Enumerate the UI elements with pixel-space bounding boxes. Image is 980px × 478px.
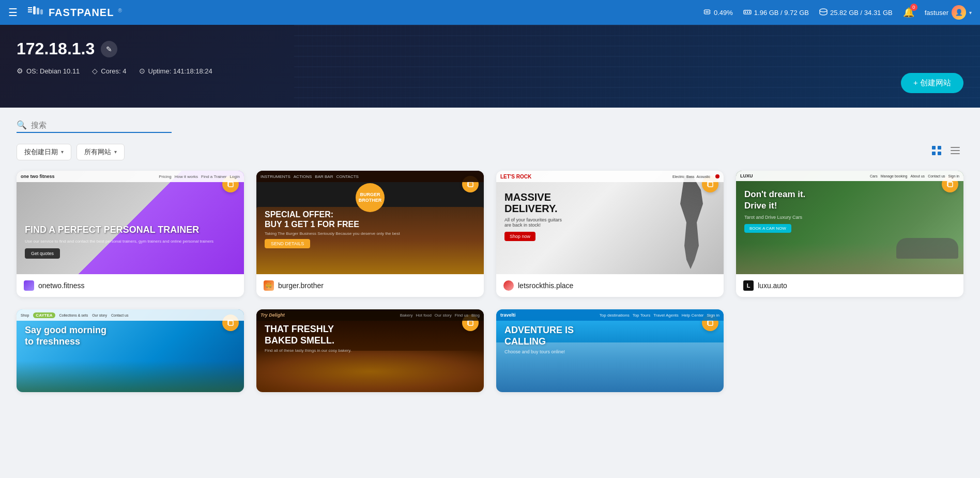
fake-links-bakery: BakeryHot foodOur storyFind usBlog: [400, 313, 480, 318]
fake-nav-guitar: LET'S ROCK ElectricBassAcoustic: [496, 171, 724, 182]
site-filter-label: 所有网站: [84, 147, 111, 157]
favicon-guitar: [503, 280, 514, 291]
fake-nav-travel: travelti Top destinationsTop ToursTravel…: [496, 309, 724, 321]
svg-point-19: [820, 9, 827, 12]
fake-nav-greens: Shop CAYTEA Collections & sets Our story…: [17, 309, 244, 321]
thumb-sub-burger: Taking The Burger Business Seriously Bec…: [265, 231, 476, 236]
svg-rect-14: [747, 11, 748, 13]
date-filter-label: 按创建日期: [24, 147, 58, 157]
topnav: ☰ FASTPANEL ® 0.49% 1.96 GB / 9.: [0, 0, 980, 25]
svg-rect-28: [468, 182, 473, 187]
thumb-sub-fitness: Use our service to find and contact the …: [25, 239, 236, 244]
svg-rect-7: [706, 11, 709, 13]
fake-links-fitness: PricingHow it worksFind a TrainerLogin: [159, 174, 240, 179]
burger-badge: BURGERBROTHER: [356, 183, 385, 212]
create-site-button[interactable]: + 创建网站: [901, 73, 963, 93]
sites-row2: Shop CAYTEA Collections & sets Our story…: [17, 309, 963, 392]
os-info: ⚙ OS: Debian 10.11: [17, 67, 80, 75]
list-view-button[interactable]: [947, 143, 963, 160]
fake-nav-burger: INSTRUMENTSACTIONSBAR BARCONTACTS: [256, 171, 484, 182]
fake-nav-items-greens: Shop CAYTEA Collections & sets Our story…: [21, 312, 128, 318]
thumb-sub-travel: Choose and buy tours online!: [504, 349, 574, 354]
search-input[interactable]: [31, 121, 172, 129]
fake-links-luxu: CarsManage bookingAbout usContact usSign…: [870, 174, 959, 178]
site-card-greens[interactable]: Shop CAYTEA Collections & sets Our story…: [17, 309, 244, 392]
site-card-travel[interactable]: travelti Top destinationsTop ToursTravel…: [496, 309, 724, 392]
favicon-burger: 🍔: [264, 280, 274, 291]
fake-logo-fitness: one two fitness: [21, 174, 55, 179]
server-header: 172.18.1.3 ✎ ⚙ OS: Debian 10.11 ◇ Cores:…: [0, 25, 980, 108]
svg-rect-0: [28, 7, 32, 8]
thumb-btn-guitar: Shop now: [504, 232, 535, 241]
ram-value: 1.96 GB / 9.72 GB: [754, 9, 809, 17]
thumb-headline-greens: Say good morningto freshness: [25, 325, 106, 347]
edit-ip-button[interactable]: ✎: [101, 41, 117, 57]
site-filter-arrow: ▾: [114, 149, 117, 155]
site-card-fitness[interactable]: one two fitness PricingHow it worksFind …: [17, 171, 244, 297]
fake-nav-fitness: one two fitness PricingHow it worksFind …: [17, 171, 244, 182]
guitar-red-dot: [715, 174, 719, 178]
site-card-luxu[interactable]: LUXU CarsManage bookingAbout usContact u…: [736, 171, 963, 297]
logo-reg: ®: [118, 8, 121, 13]
cpu-icon: [703, 8, 711, 17]
thumb-headline-luxu: Don't dream it.Drive it!: [744, 189, 805, 212]
site-thumb-bakery: Try Delight BakeryHot foodOur storyFind …: [256, 309, 484, 392]
site-card-bakery[interactable]: Try Delight BakeryHot foodOur storyFind …: [256, 309, 484, 392]
site-card-burger[interactable]: INSTRUMENTSACTIONSBAR BARCONTACTS BURGER…: [256, 171, 484, 297]
thumb-sub-guitar: All of your favourites guitarsare back i…: [504, 217, 562, 228]
fake-nav-luxu: LUXU CarsManage bookingAbout usContact u…: [736, 171, 963, 181]
svg-rect-29: [708, 182, 713, 187]
site-thumb-fitness: one two fitness PricingHow it worksFind …: [17, 171, 244, 274]
filters-row: 按创建日期 ▾ 所有网站 ▾: [17, 143, 963, 160]
thumb-headline-burger: SPECIAL OFFER:BUY 1 GET 1 FOR FREE: [265, 210, 476, 229]
favicon-fitness: [24, 280, 34, 291]
svg-rect-20: [932, 146, 936, 150]
svg-rect-21: [938, 146, 941, 150]
thumb-headline-guitar: MASSIVEDELIVERY.: [504, 191, 562, 214]
thumb-content-fitness: FIND A PERFECT PERSONAL TRAINER Use our …: [25, 225, 236, 259]
os-icon: ⚙: [17, 67, 23, 75]
thumb-content-greens: Say good morningto freshness: [25, 325, 106, 347]
svg-rect-23: [938, 152, 941, 155]
filters-left: 按创建日期 ▾ 所有网站 ▾: [17, 144, 125, 160]
svg-rect-24: [951, 147, 960, 148]
svg-rect-3: [33, 6, 36, 14]
fake-logo-luxu: LUXU: [740, 173, 753, 178]
cpu-stat: 0.49%: [703, 8, 733, 17]
fake-logo-guitar: LET'S ROCK: [500, 174, 531, 180]
server-ip: 172.18.1.3: [17, 39, 95, 58]
svg-rect-27: [228, 182, 233, 187]
svg-rect-15: [749, 11, 750, 13]
thumb-sub-bakery: Find all of these tasty things in our co…: [265, 348, 351, 353]
user-menu[interactable]: fastuser 👤 ▾: [925, 5, 972, 20]
disk-stat: 25.82 GB / 34.31 GB: [819, 8, 893, 17]
grid-view-button[interactable]: [928, 143, 945, 160]
ram-stat: 1.96 GB / 9.72 GB: [743, 8, 809, 17]
thumb-content-bakery: THAT FRESHLYBAKED SMELL. Find all of the…: [265, 324, 351, 353]
site-thumb-luxu: LUXU CarsManage bookingAbout usContact u…: [736, 171, 963, 274]
date-filter-arrow: ▾: [61, 149, 64, 155]
site-filter-button[interactable]: 所有网站 ▾: [76, 144, 125, 160]
search-icon: 🔍: [17, 120, 27, 130]
thumb-btn-burger: SEND DETAILS: [265, 239, 310, 248]
cores-icon: ◇: [92, 67, 98, 75]
thumb-content-travel: ADVENTURE ISCALLING Choose and buy tours…: [504, 325, 574, 354]
date-filter-button[interactable]: 按创建日期 ▾: [17, 144, 71, 160]
thumb-content-guitar: MASSIVEDELIVERY. All of your favourites …: [504, 191, 562, 241]
thumb-btn-luxu: BOOK A CAR NOW: [744, 224, 791, 233]
fake-links-guitar: ElectricBassAcoustic: [672, 175, 710, 178]
logo-area: FASTPANEL ®: [28, 6, 697, 19]
thumb-content-luxu: Don't dream it.Drive it! Tarot and Drive…: [744, 189, 805, 233]
svg-rect-33: [708, 321, 713, 325]
site-name-row-burger: 🍔 burger.brother: [256, 274, 484, 297]
chevron-down-icon: ▾: [969, 10, 972, 16]
site-thumb-burger: INSTRUMENTSACTIONSBAR BARCONTACTS BURGER…: [256, 171, 484, 274]
svg-rect-4: [37, 8, 39, 14]
disk-value: 25.82 GB / 34.31 GB: [830, 9, 893, 17]
site-card-guitar[interactable]: LET'S ROCK ElectricBassAcoustic MASSIVED…: [496, 171, 724, 297]
logo-text: FASTPANEL: [49, 7, 114, 19]
username-label: fastuser: [925, 9, 948, 17]
notifications-bell[interactable]: 🔔 0: [903, 7, 914, 18]
hamburger-icon[interactable]: ☰: [8, 6, 18, 19]
svg-rect-2: [28, 11, 32, 12]
